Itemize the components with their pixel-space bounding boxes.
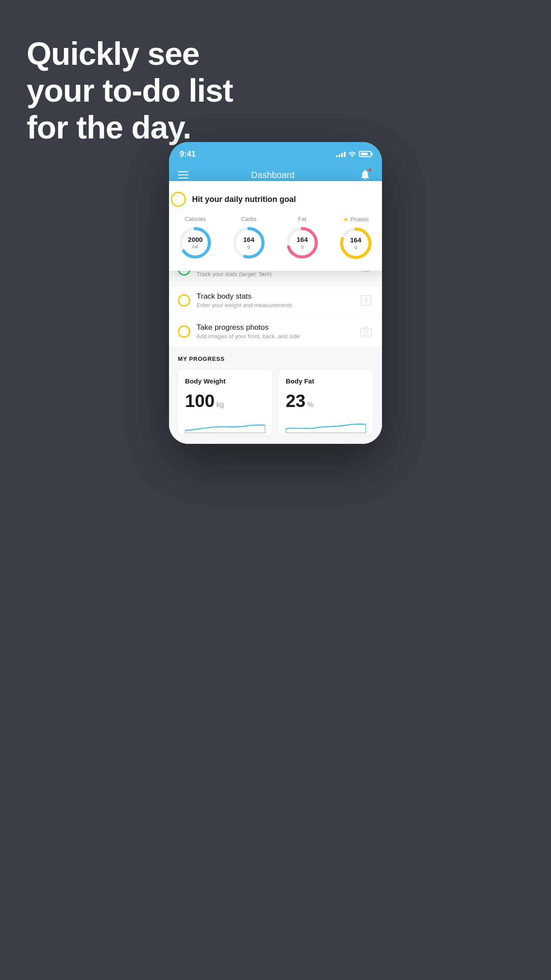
body-weight-title: Body Weight <box>185 377 265 385</box>
protein-unit: g <box>350 244 361 250</box>
body-fat-title: Body Fat <box>286 377 366 385</box>
carbs-label: Carbs <box>241 216 256 222</box>
status-time: 9:41 <box>180 150 196 159</box>
nutrition-check-circle[interactable] <box>171 192 186 207</box>
fat-item: Fat 164 g <box>285 216 319 260</box>
notification-dot <box>368 168 372 172</box>
status-bar: 9:41 <box>169 142 382 162</box>
calories-unit: cal <box>188 244 203 249</box>
calories-item: Calories 2000 cal <box>178 216 212 260</box>
nav-title: Dashboard <box>251 170 295 180</box>
body-weight-chart <box>185 417 265 433</box>
phone-mockup: 9:41 Dashboard <box>169 142 382 444</box>
fat-unit: g <box>297 244 308 249</box>
hero-line1: Quickly see <box>27 36 233 72</box>
protein-label: ★ Protein <box>343 216 369 223</box>
protein-value: 164 <box>350 236 361 244</box>
calories-label: Calories <box>185 216 206 222</box>
calories-donut: 2000 cal <box>178 226 212 260</box>
scale-icon <box>359 293 373 308</box>
signal-icon <box>336 151 346 157</box>
svg-point-12 <box>364 331 368 334</box>
body-weight-unit: kg <box>216 401 224 409</box>
hamburger-menu[interactable] <box>178 171 189 178</box>
fat-donut: 164 g <box>285 226 319 260</box>
calories-value: 2000 <box>188 236 203 244</box>
todo-title-body-stats: Track body stats <box>197 292 353 301</box>
hero-line3: for the day. <box>27 109 233 146</box>
star-icon: ★ <box>343 216 349 223</box>
nutrition-card-title: Hit your daily nutrition goal <box>192 195 296 204</box>
protein-donut: 164 g <box>339 226 373 260</box>
body-fat-chart <box>286 417 366 433</box>
body-weight-value: 100 <box>185 391 215 411</box>
fat-label: Fat <box>298 216 307 222</box>
body-fat-unit: % <box>307 401 314 409</box>
todo-subtitle-running: Track your stats (target: 5km) <box>197 271 353 277</box>
progress-section: MY PROGRESS Body Weight 100 kg <box>169 347 382 444</box>
todo-title-progress-photos: Take progress photos <box>197 323 353 332</box>
todo-circle-body-stats <box>178 294 190 307</box>
todo-circle-progress-photos <box>178 325 190 338</box>
todo-subtitle-body-stats: Enter your weight and measurements <box>197 302 353 308</box>
wifi-icon <box>348 150 356 158</box>
carbs-value: 164 <box>243 236 254 244</box>
todo-text-progress-photos: Take progress photos Add images of your … <box>197 323 353 340</box>
svg-rect-11 <box>361 329 371 336</box>
carbs-donut: 164 g <box>232 226 266 260</box>
my-progress-header: MY PROGRESS <box>178 356 373 362</box>
app-content: THINGS TO DO TODAY Hit your daily nutrit… <box>169 190 382 444</box>
body-fat-value: 23 <box>286 391 306 411</box>
todo-text-body-stats: Track body stats Enter your weight and m… <box>197 292 353 308</box>
carbs-unit: g <box>243 244 254 249</box>
hero-text: Quickly see your to-do list for the day. <box>27 36 233 146</box>
todo-item-progress-photos[interactable]: Take progress photos Add images of your … <box>169 316 382 347</box>
hero-line2: your to-do list <box>27 72 233 109</box>
todo-subtitle-progress-photos: Add images of your front, back, and side <box>197 333 353 340</box>
nutrition-card: Hit your daily nutrition goal Calories 2… <box>169 181 382 271</box>
todo-item-body-stats[interactable]: Track body stats Enter your weight and m… <box>169 285 382 316</box>
carbs-item: Carbs 164 g <box>232 216 266 260</box>
camera-icon <box>359 324 373 339</box>
nutrition-grid: Calories 2000 cal Carbs <box>171 216 380 260</box>
protein-item: ★ Protein 164 g <box>339 216 373 260</box>
notification-bell-button[interactable] <box>357 167 373 183</box>
fat-value: 164 <box>297 236 308 244</box>
body-fat-card[interactable]: Body Fat 23 % <box>279 369 373 435</box>
status-icons <box>336 150 371 158</box>
body-weight-card[interactable]: Body Weight 100 kg <box>178 369 272 435</box>
battery-icon <box>359 151 371 157</box>
progress-cards: Body Weight 100 kg Body Fat <box>178 369 373 444</box>
